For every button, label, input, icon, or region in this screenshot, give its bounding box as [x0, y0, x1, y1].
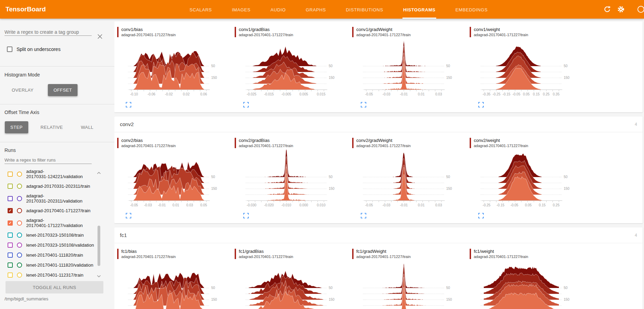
offset-time-axis-wall-button[interactable]: WALL: [75, 121, 99, 133]
section-header-conv2[interactable]: conv24: [114, 116, 643, 132]
offset-time-axis-step-button[interactable]: STEP: [5, 121, 28, 133]
run-radio[interactable]: [17, 220, 22, 226]
run-item[interactable]: lenet-20170401-111820/train: [0, 250, 103, 260]
run-checkbox[interactable]: [8, 184, 13, 189]
run-radio[interactable]: [17, 233, 22, 238]
run-checkbox[interactable]: [8, 243, 13, 248]
run-item[interactable]: ✓adagrad-20170401-171227/train: [0, 206, 103, 216]
expand-icon[interactable]: [360, 102, 367, 108]
run-checkbox[interactable]: [8, 262, 13, 268]
run-item[interactable]: lenet-20170323-150108/validation: [0, 240, 103, 250]
histogram-chart[interactable]: 50150-0.25-0.15-0.050.050.150.25: [472, 150, 575, 211]
run-checkbox[interactable]: [8, 272, 13, 278]
run-radio[interactable]: [17, 253, 22, 258]
card-run-name: adagrad-20170401-171227/train: [239, 254, 293, 259]
runs-list: adagrad-20170331-124221/validationadagra…: [0, 167, 103, 280]
run-label: adagrad-20170401-171227/train: [26, 208, 91, 213]
run-checkbox[interactable]: ✓: [8, 208, 13, 213]
run-item[interactable]: lenet-20170401-111820/validation: [0, 260, 103, 270]
runs-filter-input[interactable]: [4, 156, 92, 164]
expand-icon[interactable]: [478, 213, 484, 219]
run-item[interactable]: lenet-20170401-112317/train: [0, 270, 103, 280]
run-item[interactable]: adagrad-20170331-202311/train: [0, 181, 103, 191]
run-radio[interactable]: [17, 272, 22, 278]
close-icon[interactable]: [96, 33, 103, 40]
expand-icon[interactable]: [125, 213, 132, 219]
run-checkbox[interactable]: ✓: [8, 220, 13, 226]
scrollbar-thumb[interactable]: [98, 226, 100, 266]
run-checkbox[interactable]: [8, 253, 13, 258]
histogram-chart[interactable]: 50150: [237, 260, 340, 309]
card-header: conv2/weightadagrad-20170401-171227/trai…: [470, 138, 587, 150]
run-radio[interactable]: [17, 262, 22, 268]
run-item[interactable]: adagrad-20170331-124221/validation: [0, 167, 103, 181]
histogram-chart[interactable]: 50150: [354, 260, 458, 309]
run-item[interactable]: lenet-20170323-150108/train: [0, 230, 103, 240]
histogram-chart[interactable]: 50150-0.05-0.03-0.010.010.03: [354, 39, 458, 100]
run-radio[interactable]: [17, 243, 22, 248]
histogram-chart[interactable]: 50150-0.05-0.03-0.010.010.03: [354, 150, 458, 211]
section-header-fc1[interactable]: fc14: [114, 227, 643, 243]
run-item[interactable]: ✓adagrad-20170401-171227/validation: [0, 216, 103, 230]
refresh-icon[interactable]: [603, 6, 611, 13]
expand-icon[interactable]: [478, 102, 484, 108]
tag-filter-input[interactable]: [4, 28, 92, 36]
toolbar-icons: [603, 0, 644, 19]
expand-icon[interactable]: [360, 213, 367, 219]
divider: [0, 104, 114, 104]
card-run-name: adagrad-20170401-171227/train: [121, 143, 176, 148]
histogram-chart[interactable]: 50150: [472, 260, 575, 309]
run-item[interactable]: adagrad-20170331-202311/validation: [0, 191, 103, 206]
run-radio[interactable]: [17, 196, 22, 201]
svg-text:0.05: 0.05: [525, 203, 532, 207]
tab-audio[interactable]: AUDIO: [270, 0, 286, 19]
tab-scalars[interactable]: SCALARS: [189, 0, 213, 19]
offset-time-axis-relative-button[interactable]: RELATIVE: [35, 121, 69, 133]
svg-text:-0.25: -0.25: [483, 203, 491, 207]
card-title: fc1/bias: [121, 249, 176, 254]
run-radio[interactable]: [17, 184, 22, 189]
svg-text:-0.10: -0.10: [130, 92, 138, 96]
run-checkbox[interactable]: [8, 172, 13, 177]
help-icon[interactable]: [637, 6, 644, 13]
tab-distributions[interactable]: DISTRIBUTIONS: [345, 0, 384, 19]
histogram-card: fc1/gradBiasadagrad-20170401-171227/trai…: [235, 249, 352, 309]
histogram-chart[interactable]: 50150-0.10-0.06-0.020.020.06: [119, 39, 223, 100]
scroll-up-icon[interactable]: [97, 172, 101, 174]
toggle-all-runs-button[interactable]: TOGGLE ALL RUNS: [6, 281, 103, 293]
histogram-mode-overlay-button[interactable]: OVERLAY: [6, 84, 39, 96]
histogram-chart[interactable]: 50150: [119, 260, 223, 309]
card-title: fc1/gradBias: [239, 249, 293, 254]
expand-icon[interactable]: [243, 102, 249, 108]
split-on-underscores-checkbox[interactable]: [7, 47, 12, 52]
svg-text:150: 150: [564, 298, 570, 301]
run-radio[interactable]: [17, 208, 22, 213]
expand-icon[interactable]: [243, 213, 249, 219]
expand-icon[interactable]: [125, 102, 132, 108]
log-directory: /tmp/bigdl_summaries: [4, 296, 48, 301]
card-header: conv2/biasadagrad-20170401-171227/train: [117, 138, 235, 150]
run-radio[interactable]: [17, 172, 22, 177]
svg-text:-0.01: -0.01: [400, 203, 408, 207]
svg-text:-0.05: -0.05: [512, 92, 520, 96]
scroll-down-icon[interactable]: [97, 275, 101, 278]
card-title: conv1/weight: [474, 27, 528, 32]
histogram-chart[interactable]: 50150-0.35-0.25-0.15-0.050.050.150.250.3…: [472, 39, 575, 100]
tab-embeddings[interactable]: EMBEDDINGS: [455, 0, 488, 19]
svg-text:50: 50: [564, 175, 568, 179]
split-on-underscores-row: Split on underscores: [7, 47, 61, 52]
tab-graphs[interactable]: GRAPHS: [305, 0, 327, 19]
settings-icon[interactable]: [617, 6, 625, 13]
tab-images[interactable]: IMAGES: [231, 0, 251, 19]
histogram-chart[interactable]: 50150-0.025-0.015-0.0050.0050.015: [237, 39, 340, 100]
run-checkbox[interactable]: [8, 196, 13, 201]
cards-row: conv1/biasadagrad-20170401-171227/train5…: [114, 21, 643, 112]
run-checkbox[interactable]: [8, 233, 13, 238]
histogram-mode-offset-button[interactable]: OFFSET: [48, 84, 78, 96]
histogram-chart[interactable]: 50150-0.05-0.03-0.010.010.030.05: [119, 150, 223, 211]
histogram-chart[interactable]: 50150-0.030-0.020-0.0100.0000.010: [237, 150, 340, 211]
tab-histograms[interactable]: HISTOGRAMS: [402, 0, 436, 19]
svg-text:50: 50: [329, 286, 333, 290]
card-header: conv2/gradWeightadagrad-20170401-171227/…: [352, 138, 470, 150]
svg-text:0.015: 0.015: [317, 92, 325, 96]
